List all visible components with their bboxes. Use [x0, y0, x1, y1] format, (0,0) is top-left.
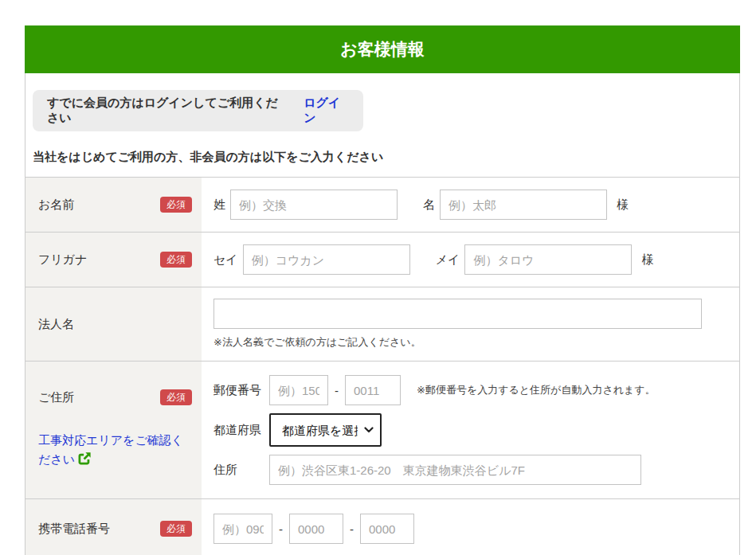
address-label: ご住所 — [38, 390, 74, 405]
street-label: 住所 — [213, 463, 269, 478]
company-input-cell: ※法人名義でご依頼の方はご記入ください。 — [202, 287, 739, 361]
company-label-cell: 法人名 — [25, 287, 202, 361]
name-label: お名前 — [38, 197, 74, 213]
furigana-label-cell: フリガナ 必須 — [25, 233, 202, 287]
postal-code-input-2[interactable] — [345, 375, 401, 405]
prefecture-label: 都道府県 — [213, 423, 269, 438]
prefecture-select[interactable]: 都道府県を選択 — [269, 413, 382, 447]
table-row-name: お名前 必須 姓 名 様 — [25, 178, 739, 233]
required-badge: 必須 — [160, 521, 192, 537]
company-name-input[interactable] — [213, 299, 702, 329]
phone-separator: - — [350, 522, 354, 536]
member-login-box: すでに会員の方はログインしてご利用ください ログイン — [33, 90, 363, 131]
name-input-cell: 姓 名 様 — [202, 178, 739, 232]
login-link[interactable]: ログイン — [304, 96, 349, 126]
prefecture-select-wrap: 都道府県を選択 — [269, 413, 382, 447]
required-badge: 必須 — [160, 389, 192, 405]
company-label: 法人名 — [38, 317, 74, 332]
page-title: お客様情報 — [25, 25, 740, 73]
postal-code-subrow: 郵便番号 - ※郵便番号を入力すると住所が自動入力されます。 — [213, 375, 656, 405]
prefecture-subrow: 都道府県 都道府県を選択 — [213, 413, 382, 447]
name-label-cell: お名前 必須 — [25, 178, 202, 232]
postal-label: 郵便番号 — [213, 383, 269, 398]
furigana-label: フリガナ — [38, 252, 87, 268]
first-name-input[interactable] — [440, 190, 607, 220]
phone-label-cell: 携帯電話番号 必須 — [25, 499, 202, 555]
phone-input-cell: - - — [202, 499, 739, 555]
postal-code-input-1[interactable] — [269, 375, 328, 405]
address-label-line: ご住所 必須 — [38, 389, 192, 405]
address-input-cell: 郵便番号 - ※郵便番号を入力すると住所が自動入力されます。 都道府県 都道府県… — [202, 362, 739, 498]
service-area-link-label: 工事対応エリアをご確認ください — [38, 433, 183, 466]
pre-form-section: すでに会員の方はログインしてご利用ください ログイン 当社をはじめてご利用の方、… — [25, 73, 739, 165]
furigana-input-cell: セイ メイ 様 — [202, 233, 739, 287]
first-kana-input[interactable] — [464, 244, 632, 275]
postal-separator: - — [335, 384, 339, 397]
phone-input-1[interactable] — [213, 514, 272, 544]
phone-input-2[interactable] — [289, 514, 343, 544]
last-name-input[interactable] — [230, 190, 398, 220]
external-link-icon — [77, 451, 92, 466]
table-row-company: 法人名 ※法人名義でご依頼の方はご記入ください。 — [25, 287, 739, 362]
phone-input-3[interactable] — [360, 514, 414, 544]
company-note: ※法人名義でご依頼の方はご記入ください。 — [213, 335, 421, 350]
postal-autofill-note: ※郵便番号を入力すると住所が自動入力されます。 — [417, 383, 656, 397]
table-row-address: ご住所 必須 工事対応エリアをご確認ください 郵便番号 - ※郵便番号を入力する… — [25, 362, 739, 499]
last-kana-input[interactable] — [243, 244, 410, 275]
name-suffix-sama: 様 — [617, 197, 629, 213]
phone-label: 携帯電話番号 — [38, 522, 110, 537]
last-kana-label: セイ — [213, 252, 238, 268]
customer-info-panel: お客様情報 すでに会員の方はログインしてご利用ください ログイン 当社をはじめて… — [25, 25, 740, 555]
first-kana-label: メイ — [436, 252, 460, 268]
table-row-furigana: フリガナ 必須 セイ メイ 様 — [25, 233, 739, 287]
phone-separator: - — [279, 522, 283, 536]
street-subrow: 住所 — [213, 455, 641, 485]
required-badge: 必須 — [160, 252, 192, 268]
table-row-phone: 携帯電話番号 必須 - - — [25, 499, 739, 555]
customer-form-table: お名前 必須 姓 名 様 フリガナ 必須 セイ メイ 様 — [25, 177, 739, 555]
address-label-cell: ご住所 必須 工事対応エリアをご確認ください — [25, 362, 202, 498]
first-name-label: 名 — [423, 197, 435, 213]
required-badge: 必須 — [160, 197, 192, 213]
furigana-suffix-sama: 様 — [641, 252, 653, 268]
service-area-link[interactable]: 工事対応エリアをご確認ください — [38, 431, 192, 469]
intro-text: 当社をはじめてご利用の方、非会員の方は以下をご入力ください — [33, 150, 732, 165]
last-name-label: 姓 — [213, 197, 225, 213]
street-address-input[interactable] — [269, 455, 641, 485]
login-box-message: すでに会員の方はログインしてご利用ください — [47, 96, 283, 126]
